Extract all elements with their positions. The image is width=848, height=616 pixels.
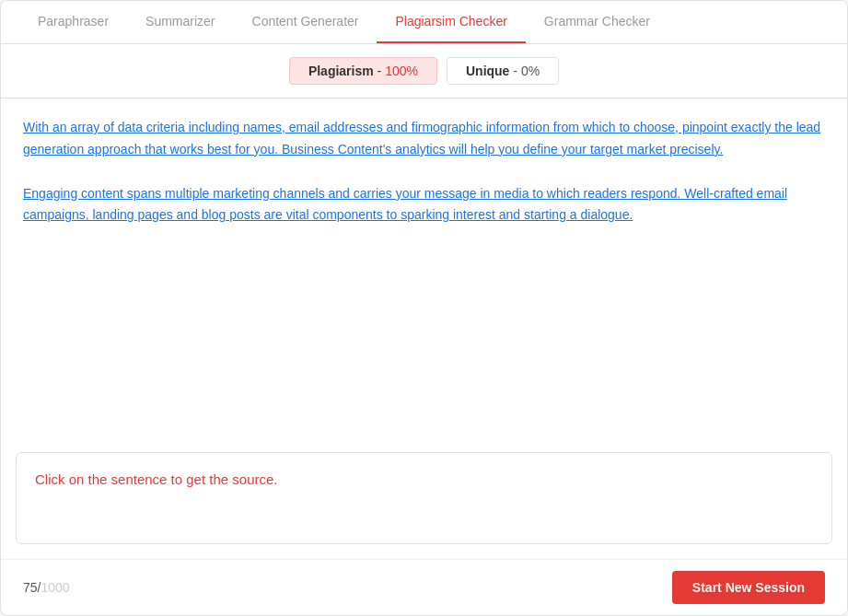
tab-navigation: Paraphraser Summarizer Content Generater… <box>1 1 847 44</box>
tab-summarizer[interactable]: Summarizer <box>127 1 233 43</box>
paragraph-2[interactable]: Engaging content spans multiple marketin… <box>23 183 825 227</box>
word-count-total: 1000 <box>41 580 69 595</box>
source-box-placeholder: Click on the sentence to get the source. <box>35 471 278 487</box>
unique-separator: - <box>509 64 520 78</box>
unique-label: Unique <box>466 64 509 78</box>
unique-badge: Unique - 0% <box>447 57 559 85</box>
plagiarism-label: Plagiarism <box>308 64 374 78</box>
word-count: 75/1000 <box>23 580 70 595</box>
plagiarism-separator: - <box>374 64 385 78</box>
badges-row: Plagiarism - 100% Unique - 0% <box>1 44 847 99</box>
start-new-session-button[interactable]: Start New Session <box>672 571 825 604</box>
word-count-current: 75 <box>23 580 38 595</box>
paragraph-2-text[interactable]: Engaging content spans multiple marketin… <box>23 183 825 227</box>
paragraph-1[interactable]: With an array of data criteria including… <box>23 117 825 161</box>
plagiarism-value: 100% <box>385 64 418 78</box>
unique-value: 0% <box>521 64 540 78</box>
source-box: Click on the sentence to get the source. <box>16 452 832 544</box>
tab-paraphraser[interactable]: Paraphraser <box>19 1 127 43</box>
content-area: With an array of data criteria including… <box>1 99 847 443</box>
tab-grammar-checker[interactable]: Grammar Checker <box>526 1 668 43</box>
tab-content-generator[interactable]: Content Generater <box>234 1 378 43</box>
app-container: Paraphraser Summarizer Content Generater… <box>0 0 848 616</box>
tab-plagiarism-checker[interactable]: Plagiarsim Checker <box>377 1 525 43</box>
footer: 75/1000 Start New Session <box>1 559 847 615</box>
plagiarism-badge: Plagiarism - 100% <box>289 57 437 85</box>
paragraph-1-text[interactable]: With an array of data criteria including… <box>23 117 825 161</box>
